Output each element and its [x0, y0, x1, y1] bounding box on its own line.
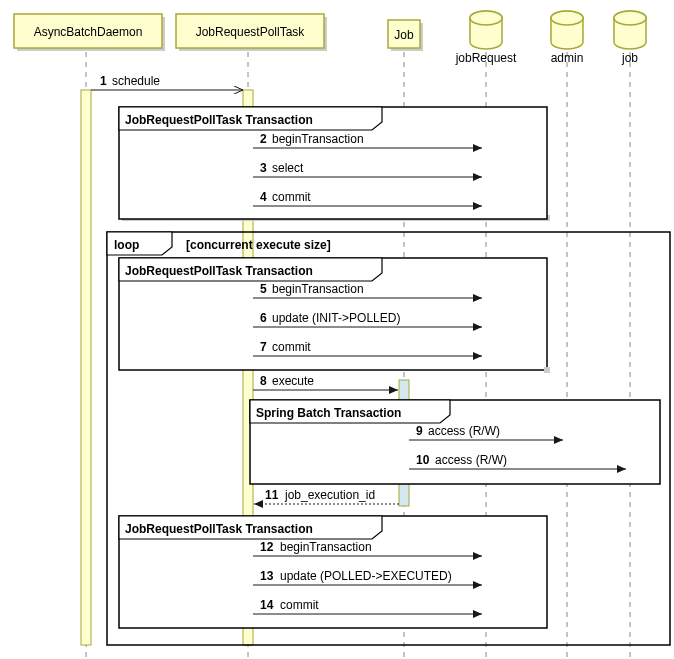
msg-num: 13 — [260, 569, 274, 583]
msg-text: access (R/W) — [435, 453, 507, 467]
participant-label: Job — [394, 28, 414, 42]
msg-text: select — [272, 161, 304, 175]
svg-point-6 — [551, 11, 583, 25]
participant-label: JobRequestPollTask — [196, 25, 306, 39]
msg-text: beginTransaction — [272, 132, 364, 146]
svg-point-4 — [470, 11, 502, 25]
msg-num: 7 — [260, 340, 267, 354]
loop-guard: [concurrent execute size] — [186, 238, 331, 252]
msg-num: 5 — [260, 282, 267, 296]
msg-num: 12 — [260, 540, 274, 554]
msg-text: commit — [272, 340, 311, 354]
db-label: admin — [551, 51, 584, 65]
msg-num: 2 — [260, 132, 267, 146]
database-job: job — [614, 11, 646, 65]
msg-text: beginTransaction — [280, 540, 372, 554]
svg-point-8 — [614, 11, 646, 25]
frame-title: Spring Batch Transaction — [256, 406, 401, 420]
loop-title: loop — [114, 238, 139, 252]
msg-num: 4 — [260, 190, 267, 204]
activation-asyncbatchdaemon — [81, 90, 91, 645]
msg-text: update (POLLED->EXECUTED) — [280, 569, 452, 583]
frame-title: JobRequestPollTask Transaction — [125, 264, 313, 278]
msg-num: 8 — [260, 374, 267, 388]
msg-num: 9 — [416, 424, 423, 438]
database-jobrequest: jobRequest — [455, 11, 517, 65]
msg-num: 11 — [265, 488, 279, 502]
msg-num: 3 — [260, 161, 267, 175]
msg-num: 6 — [260, 311, 267, 325]
participant-label: AsyncBatchDaemon — [34, 25, 143, 39]
msg-num: 1 — [100, 74, 107, 88]
svg-rect-10 — [544, 367, 550, 373]
msg-text: update (INIT->POLLED) — [272, 311, 400, 325]
msg-text: job_execution_id — [284, 488, 375, 502]
database-admin: admin — [551, 11, 584, 65]
msg-text: access (R/W) — [428, 424, 500, 438]
frame-title: JobRequestPollTask Transaction — [125, 113, 313, 127]
msg-text: commit — [280, 598, 319, 612]
msg-text: schedule — [112, 74, 160, 88]
msg-num: 10 — [416, 453, 430, 467]
db-label: jobRequest — [455, 51, 517, 65]
msg-text: beginTransaction — [272, 282, 364, 296]
msg-text: execute — [272, 374, 314, 388]
msg-num: 14 — [260, 598, 274, 612]
msg-text: commit — [272, 190, 311, 204]
sequence-diagram: AsyncBatchDaemon JobRequestPollTask Job … — [0, 0, 674, 659]
frame-title: JobRequestPollTask Transaction — [125, 522, 313, 536]
db-label: job — [621, 51, 638, 65]
